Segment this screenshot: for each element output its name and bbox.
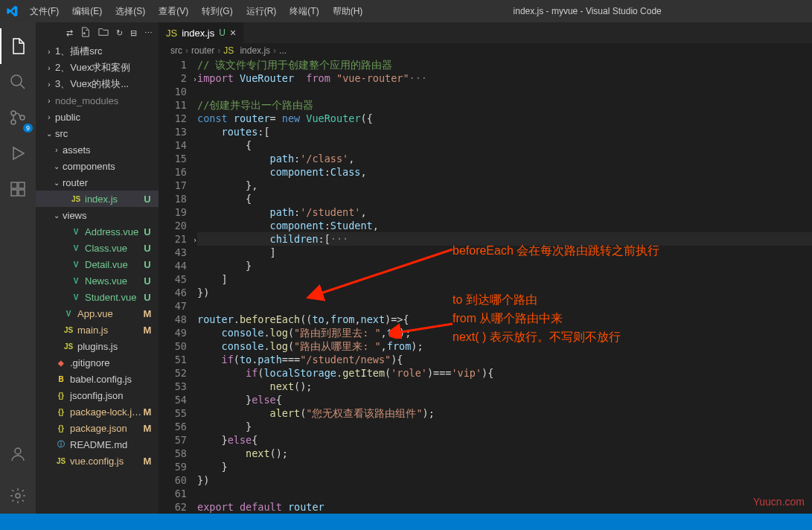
code-line[interactable]: }	[197, 420, 812, 433]
chevron-icon[interactable]: ⌄	[51, 179, 63, 187]
tree-item[interactable]: ◆.gitignore	[36, 354, 159, 371]
menu-item[interactable]: 转到(G)	[196, 2, 238, 21]
chevron-icon[interactable]: ⌄	[51, 211, 63, 220]
breadcrumb[interactable]: src›router›JSindex.js›...	[159, 43, 812, 58]
menu-item[interactable]: 运行(R)	[240, 2, 283, 21]
code-line[interactable]: router.beforeEach((to,from,next)=>{	[197, 313, 812, 326]
new-file-icon[interactable]	[80, 27, 91, 39]
tree-item[interactable]: JSvue.config.jsM	[36, 453, 159, 469]
code-line[interactable]: ]	[197, 272, 812, 286]
menu-item[interactable]: 编辑(E)	[66, 2, 108, 21]
tree-item[interactable]: VAddress.vueU	[36, 223, 159, 240]
chevron-icon[interactable]: ›	[43, 64, 55, 72]
tree-item[interactable]: ⌄components	[36, 158, 159, 174]
code-line[interactable]: path:'/student',	[197, 205, 812, 219]
code-line[interactable]: }	[197, 460, 812, 473]
code-line[interactable]: component:Class,	[197, 165, 812, 179]
code-line[interactable]: const router= new VueRouter({	[197, 112, 812, 125]
code-line[interactable]: ]	[197, 246, 812, 259]
code-line[interactable]: routes:[	[197, 125, 812, 138]
tree-item[interactable]: ⌄src	[36, 125, 159, 141]
tree-item[interactable]: JSindex.jsU	[36, 191, 159, 207]
tree-item[interactable]: JSplugins.js	[36, 338, 159, 354]
chevron-icon[interactable]: ›	[43, 97, 55, 105]
tree-item[interactable]: {}jsconfig.json	[36, 387, 159, 403]
tree-item[interactable]: VDetail.vueU	[36, 256, 159, 272]
tree-item[interactable]: ⌄views	[36, 207, 159, 223]
code-content[interactable]: // 该文件专门用于创建整个应用的路由器import VueRouter fro…	[197, 58, 812, 514]
new-folder-icon[interactable]	[98, 27, 109, 39]
menu-item[interactable]: 选择(S)	[109, 2, 151, 21]
code-line[interactable]: alert("您无权查看该路由组件");	[197, 406, 812, 420]
refresh-icon[interactable]: ↻	[116, 28, 123, 38]
tree-item[interactable]: VClass.vueU	[36, 240, 159, 256]
tree-item[interactable]: VStudent.vueU	[36, 289, 159, 305]
code-line[interactable]: {	[197, 138, 812, 152]
code-line[interactable]: next();	[197, 380, 812, 393]
tab-indexjs[interactable]: JS index.js U ×	[159, 22, 243, 43]
tree-item[interactable]: {}package-lock.jsonM	[36, 403, 159, 420]
breadcrumb-item[interactable]: index.js	[240, 45, 270, 56]
breadcrumb-item[interactable]: src	[170, 45, 182, 56]
code-line[interactable]: // 该文件专门用于创建整个应用的路由器	[197, 58, 812, 71]
code-line[interactable]: })	[197, 286, 812, 299]
code-line[interactable]: if(localStorage.getItem('role')==='vip')…	[197, 366, 812, 380]
breadcrumb-item[interactable]: ...	[279, 45, 287, 56]
tree-item[interactable]: ›node_modules	[36, 92, 159, 109]
tree-item[interactable]: VApp.vueM	[36, 305, 159, 322]
menu-item[interactable]: 帮助(H)	[327, 2, 369, 21]
code-line[interactable]: path:'/class',	[197, 152, 812, 165]
code-line[interactable]: if(to.path==="/student/news"){	[197, 353, 812, 366]
code-line[interactable]: children:[···	[197, 232, 812, 246]
tree-item[interactable]: ›3、Vuex的模块...	[36, 76, 159, 92]
extensions-icon[interactable]	[0, 171, 36, 207]
settings-gear-icon[interactable]	[0, 478, 36, 514]
explorer-icon[interactable]	[0, 28, 36, 64]
code-area[interactable]: 12›101112131415161718192021›434445464748…	[159, 58, 812, 514]
code-line[interactable]: next();	[197, 447, 812, 460]
chevron-icon[interactable]: ›	[43, 48, 55, 56]
tree-item[interactable]: ⌄router	[36, 174, 159, 191]
tree-item[interactable]: Bbabel.config.js	[36, 371, 159, 387]
tree-item[interactable]: ⓘREADME.md	[36, 436, 159, 453]
tree-item[interactable]: VNews.vueU	[36, 272, 159, 289]
chevron-icon[interactable]: ⌄	[43, 130, 55, 138]
chevron-icon[interactable]: ›	[43, 113, 55, 121]
source-control-icon[interactable]: 9	[0, 100, 36, 135]
code-line[interactable]: import VueRouter from "vue-router"···	[197, 71, 812, 85]
run-debug-icon[interactable]	[0, 135, 36, 171]
code-line[interactable]: component:Student,	[197, 219, 812, 232]
code-line[interactable]: {	[197, 192, 812, 205]
code-line[interactable]	[197, 299, 812, 313]
toggle-icon[interactable]: ⇄	[66, 28, 73, 38]
code-line[interactable]: console.log("路由到那里去: ",to);	[197, 326, 812, 339]
close-icon[interactable]: ×	[230, 27, 236, 39]
code-line[interactable]: }else{	[197, 433, 812, 447]
tree-item[interactable]: {}package.jsonM	[36, 420, 159, 436]
tree-item[interactable]: ›assets	[36, 141, 159, 158]
accounts-icon[interactable]	[0, 436, 36, 472]
code-line[interactable]: }else{	[197, 393, 812, 406]
code-line[interactable]	[197, 85, 812, 98]
tree-item[interactable]: ›1、插槽src	[36, 43, 159, 60]
chevron-icon[interactable]: ⌄	[51, 162, 63, 170]
file-tree[interactable]: ›1、插槽src›2、Vuex求和案例›3、Vuex的模块...›node_mo…	[36, 43, 159, 514]
menu-item[interactable]: 文件(F)	[24, 2, 65, 21]
tree-item[interactable]: ›2、Vuex求和案例	[36, 60, 159, 76]
code-line[interactable]: },	[197, 179, 812, 192]
chevron-icon[interactable]: ›	[51, 146, 63, 154]
collapse-icon[interactable]: ⊟	[130, 28, 137, 38]
code-line[interactable]: })	[197, 473, 812, 487]
chevron-icon[interactable]: ›	[43, 80, 55, 89]
more-icon[interactable]: ⋯	[144, 28, 153, 38]
code-line[interactable]	[197, 487, 812, 500]
code-line[interactable]: console.log("路由从哪里来: ",from);	[197, 339, 812, 353]
code-line[interactable]: //创建并导出一个路由器	[197, 98, 812, 112]
tree-item[interactable]: JSmain.jsM	[36, 322, 159, 338]
menu-item[interactable]: 查看(V)	[153, 2, 194, 21]
code-line[interactable]: }	[197, 259, 812, 272]
code-line[interactable]: export default router	[197, 500, 812, 514]
menu-item[interactable]: 终端(T)	[284, 2, 325, 21]
status-bar[interactable]	[0, 514, 812, 530]
tree-item[interactable]: ›public	[36, 109, 159, 125]
